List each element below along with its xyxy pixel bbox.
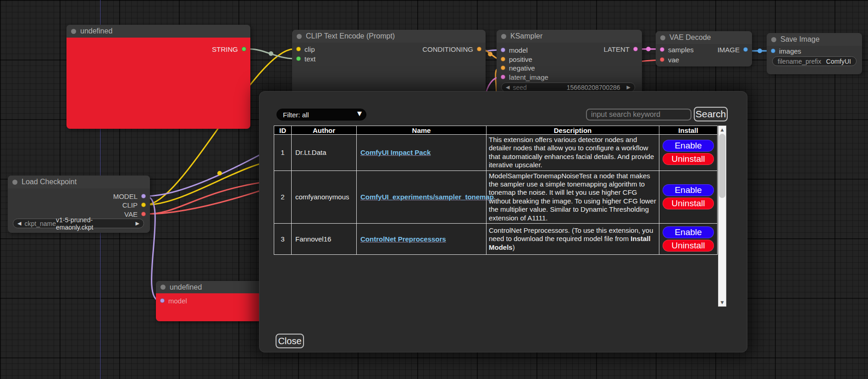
text-input-dot[interactable] [296,56,301,61]
node-undefined-top[interactable]: undefined STRING [66,25,250,129]
decrement-arrow-icon[interactable]: ◀ [506,84,509,90]
extension-link[interactable]: ComfyUI Impact Pack [360,148,431,156]
extensions-table-wrap: ID Author Name Description Install 1Dr.L… [274,126,727,307]
description-bold: Install Models [489,235,651,251]
cell-description: ControlNet Preprocessors. (To use this e… [487,224,659,255]
output-slot-conditioning[interactable]: CONDITIONING [422,45,481,53]
output-slot-model[interactable]: MODEL [113,192,146,200]
enable-button[interactable]: Enable [663,226,714,238]
input-slot-latent-image[interactable]: latent_image [501,73,548,81]
widget-value: v1-5-pruned-emaonly.ckpt [56,216,129,231]
slot-label: text [304,55,315,63]
negative-input-dot[interactable] [501,66,505,70]
slot-label: model [509,46,528,54]
clip-output-dot[interactable] [141,203,146,207]
node-title-bar[interactable]: VAE Decode [656,31,752,44]
scroll-down-icon[interactable]: ▼ [719,299,726,306]
slot-label: positive [509,55,532,63]
node-load-checkpoint[interactable]: Load Checkpoint MODEL CLIP VAE ◀ ckpt_na… [8,176,150,233]
slot-label: MODEL [113,192,138,200]
string-output-dot[interactable] [242,47,246,51]
search-button[interactable]: Search [694,107,728,121]
node-title-bar[interactable]: Load Checkpoint [8,176,150,188]
filter-select[interactable]: Filter: all [276,109,366,121]
input-slot-text[interactable]: text [296,55,315,62]
input-slot-model[interactable]: model [160,297,187,304]
decrement-arrow-icon[interactable]: ◀ [17,220,21,226]
input-slot-vae[interactable]: vae [660,56,679,63]
extension-link[interactable]: ComfyUI_experiments/sampler_tonemap [360,193,494,201]
output-slot-latent[interactable]: LATENT [604,45,638,53]
extension-link[interactable]: ControlNet Preprocessors [360,235,446,243]
node-title-bar[interactable]: KSampler [497,30,642,43]
input-slot-positive[interactable]: positive [501,55,532,63]
node-save-image[interactable]: Save Image images filename_prefix ComfyU… [767,33,862,74]
model-input-dot[interactable] [160,298,165,303]
node-title: VAE Decode [669,33,711,42]
node-title-bar[interactable]: CLIP Text Encode (Prompt) [292,30,486,43]
increment-arrow-icon[interactable]: ▶ [627,84,630,90]
enable-button[interactable]: Enable [663,140,714,152]
conditioning-output-dot[interactable] [477,47,481,51]
search-input[interactable] [586,109,691,121]
filename-prefix-widget[interactable]: filename_prefix ComfyUI [772,56,857,66]
node-title: Load Checkpoint [22,178,77,186]
cell-name: ControlNet Preprocessors [357,224,487,255]
custom-nodes-dialog: Filter: all ▼ Search ID Author Name Desc… [259,91,747,352]
input-slot-model[interactable]: model [501,46,528,54]
input-slot-images[interactable]: images [771,47,801,55]
collapse-dot[interactable] [71,29,76,34]
seed-widget[interactable]: ◀ seed 156680208700286 ▶ [501,82,635,92]
image-output-dot[interactable] [743,47,748,52]
table-header-row: ID Author Name Description Install [274,126,718,135]
scrollbar[interactable]: ▲ ▼ [718,126,726,307]
collapse-dot[interactable] [501,34,506,39]
output-slot-string[interactable]: STRING [212,45,246,53]
scrollbar-thumb[interactable] [719,134,725,198]
model-output-dot[interactable] [141,194,146,198]
model-input-dot[interactable] [501,48,505,52]
cell-author: Fannovel16 [292,224,357,255]
output-slot-image[interactable]: IMAGE [718,46,748,53]
collapse-dot[interactable] [660,35,665,40]
table-row: 1Dr.Lt.DataComfyUI Impact PackThis exten… [274,135,718,171]
uninstall-button[interactable]: Uninstall [663,198,714,209]
uninstall-button[interactable]: Uninstall [663,240,714,252]
link-dot-string [269,51,273,56]
vae-input-dot[interactable] [660,57,664,62]
positive-input-dot[interactable] [501,57,505,61]
slot-label: IMAGE [718,46,740,54]
input-slot-negative[interactable]: negative [501,64,535,71]
latent-image-input-dot[interactable] [501,75,505,79]
increment-arrow-icon[interactable]: ▶ [136,220,139,226]
uninstall-button[interactable]: Uninstall [663,153,714,165]
link-dot-latent [646,47,651,51]
node-title-bar[interactable]: undefined [66,25,250,38]
clip-input-dot[interactable] [296,47,301,51]
slot-label: clip [304,45,315,53]
close-button[interactable]: Close [276,334,304,348]
link-dot-conditioning [488,52,492,56]
node-title-bar[interactable]: Save Image [767,33,862,46]
vae-output-dot[interactable] [141,212,146,216]
collapse-dot[interactable] [12,180,17,185]
slot-label: negative [509,64,535,72]
node-vae-decode[interactable]: VAE Decode samples vae IMAGE [656,31,752,66]
output-slot-clip[interactable]: CLIP [122,201,146,209]
images-input-dot[interactable] [771,49,775,53]
input-slot-clip[interactable]: clip [296,45,315,53]
header-author: Author [292,126,357,135]
input-slot-samples[interactable]: samples [660,46,694,53]
filter-select-wrap: Filter: all ▼ [276,109,366,121]
cell-id: 1 [274,135,292,171]
collapse-dot[interactable] [160,285,166,290]
node-graph-canvas[interactable]: undefined STRING CLIP Text Encode (Promp… [0,0,868,379]
enable-button[interactable]: Enable [663,184,714,196]
ckpt-name-widget[interactable]: ◀ ckpt_name v1-5-pruned-emaonly.ckpt ▶ [13,219,144,228]
samples-input-dot[interactable] [660,47,664,52]
cell-author: comfyanonymous [292,170,357,223]
latent-output-dot[interactable] [633,47,638,51]
scroll-up-icon[interactable]: ▲ [719,126,726,133]
collapse-dot[interactable] [771,37,776,42]
collapse-dot[interactable] [297,34,302,39]
